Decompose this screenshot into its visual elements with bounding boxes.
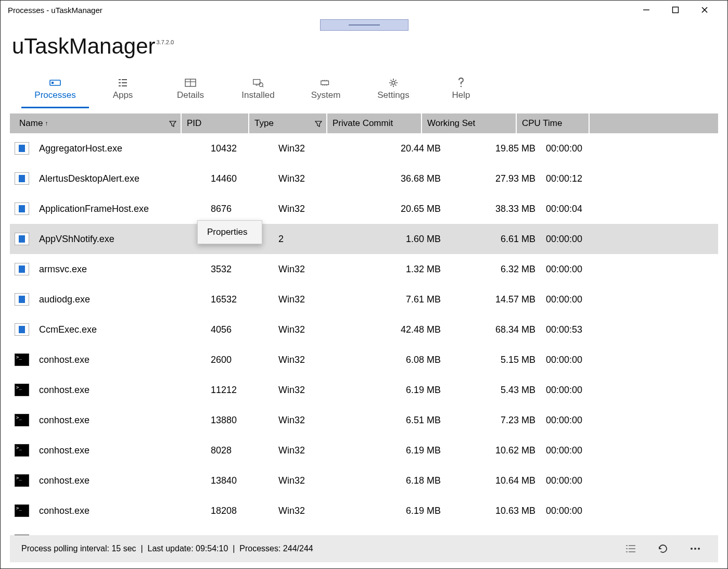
process-working-set: 5.43 MB — [446, 385, 541, 396]
tab-help[interactable]: Help — [427, 74, 495, 108]
filter-icon[interactable] — [315, 120, 322, 127]
process-working-set: 10.62 MB — [446, 445, 541, 456]
process-icon — [10, 172, 34, 185]
more-icon[interactable] — [684, 539, 707, 558]
process-type: Win32 — [273, 385, 351, 396]
col-header-spacer — [590, 113, 718, 133]
process-cpu-time: 00:00:00 — [541, 143, 614, 154]
table-row[interactable]: AppVShNotify.exe2521.60 MB6.61 MB00:00:0… — [10, 224, 718, 254]
table-row[interactable]: conhost.exe8028Win326.19 MB10.62 MB00:00… — [10, 435, 718, 465]
process-cpu-time: 00:00:00 — [541, 415, 614, 426]
process-name: AppVShNotify.exe — [34, 234, 206, 245]
app-version: 3.7.2.0 — [156, 39, 174, 45]
process-cpu-time: 00:00:00 — [541, 385, 614, 396]
process-icon — [10, 353, 34, 366]
col-header-pid[interactable]: PID — [182, 113, 249, 133]
tab-details[interactable]: Details — [157, 74, 224, 108]
col-header-private-commit[interactable]: Private Commit — [327, 113, 422, 133]
process-name: conhost.exe — [34, 445, 206, 456]
svg-rect-15 — [253, 80, 260, 84]
process-name: AggregatorHost.exe — [34, 143, 206, 154]
process-working-set: 14.57 MB — [446, 294, 541, 305]
process-cpu-time: 00:00:53 — [541, 324, 614, 335]
svg-point-34 — [691, 548, 693, 550]
process-cpu-time: 00:00:00 — [541, 264, 614, 275]
process-cpu-time: 00:00:04 — [541, 204, 614, 214]
process-icon — [10, 233, 34, 245]
table-row[interactable]: conhost.exe2600Win326.08 MB5.15 MB00:00:… — [10, 345, 718, 375]
list-view-icon[interactable] — [619, 539, 642, 558]
installed-icon — [252, 78, 264, 88]
app-header: uTaskManager 3.7.2.0 Processes Apps D — [1, 19, 727, 108]
process-name: conhost.exe — [34, 415, 206, 426]
table-row[interactable]: conhost.exe13880Win326.51 MB7.23 MB00:00… — [10, 405, 718, 435]
table-row[interactable]: conhost.exe11212Win326.19 MB5.43 MB00:00… — [10, 375, 718, 405]
svg-point-27 — [461, 86, 462, 87]
table-row[interactable]: audiodg.exe16532Win327.61 MB14.57 MB00:0… — [10, 284, 718, 314]
table-row[interactable]: AlertusDesktopAlert.exe14460Win3236.68 M… — [10, 163, 718, 194]
process-cpu-time: 00:00:12 — [541, 173, 614, 184]
table-row[interactable]: AggregatorHost.exe10432Win3220.44 MB19.8… — [10, 133, 718, 163]
process-pid: 8028 — [206, 445, 273, 456]
processes-icon — [49, 78, 61, 88]
tabbar: Processes Apps Details Installed — [12, 59, 716, 108]
process-type: Win32 — [273, 143, 351, 154]
maximize-button[interactable] — [666, 1, 685, 19]
process-pid: 10432 — [206, 143, 273, 154]
process-icon — [10, 535, 34, 535]
table-row[interactable]: ApplicationFrameHost.exe8676Win3220.65 M… — [10, 194, 718, 224]
tab-label: Settings — [377, 90, 409, 100]
process-type: Win32 — [273, 445, 351, 456]
process-pid: 8676 — [206, 204, 273, 214]
drag-handle[interactable] — [320, 19, 408, 31]
process-grid: Name ↑ PID Type Private Commit Working S… — [1, 108, 727, 535]
sort-asc-icon: ↑ — [45, 120, 48, 127]
col-header-working-set[interactable]: Working Set — [422, 113, 517, 133]
tab-system[interactable]: System — [292, 74, 360, 108]
process-pid: 13840 — [206, 475, 273, 486]
tab-label: Details — [177, 90, 204, 100]
table-row[interactable]: CcmExec.exe4056Win3242.48 MB68.34 MB00:0… — [10, 314, 718, 345]
details-icon — [185, 78, 196, 88]
process-name: audiodg.exe — [34, 294, 206, 305]
titlebar[interactable]: Processes - uTaskManager — [1, 1, 727, 19]
process-private-commit: 20.65 MB — [351, 204, 446, 214]
tab-processes[interactable]: Processes — [21, 74, 89, 108]
tab-installed[interactable]: Installed — [224, 74, 292, 108]
table-row[interactable]: armsvc.exe3532Win321.32 MB6.32 MB00:00:0… — [10, 254, 718, 284]
refresh-icon[interactable] — [652, 539, 674, 558]
svg-line-18 — [262, 86, 263, 87]
process-type: 2 — [273, 234, 351, 245]
filter-icon[interactable] — [169, 120, 176, 127]
tab-apps[interactable]: Apps — [89, 74, 157, 108]
process-cpu-time: 00:00:00 — [541, 445, 614, 456]
grid-body[interactable]: AggregatorHost.exe10432Win3220.44 MB19.8… — [10, 133, 718, 535]
process-icon — [10, 323, 34, 336]
col-header-type[interactable]: Type — [249, 113, 327, 133]
table-row[interactable]: conhost.exe8968Win326.18 MB10.63 MB00:00… — [10, 526, 718, 535]
col-header-cpu-time[interactable]: CPU Time — [517, 113, 590, 133]
process-type: Win32 — [273, 415, 351, 426]
tab-label: Installed — [241, 90, 274, 100]
close-button[interactable] — [695, 1, 714, 19]
process-private-commit: 1.32 MB — [351, 264, 446, 275]
tab-label: System — [311, 90, 341, 100]
process-working-set: 7.23 MB — [446, 415, 541, 426]
gear-icon — [388, 78, 399, 88]
process-pid: 13880 — [206, 415, 273, 426]
process-type: Win32 — [273, 355, 351, 365]
svg-point-36 — [698, 548, 700, 550]
process-pid: 18208 — [206, 505, 273, 516]
col-header-name[interactable]: Name ↑ — [10, 113, 182, 133]
minimize-button[interactable] — [637, 1, 656, 19]
process-type: Win32 — [273, 324, 351, 335]
process-private-commit: 36.68 MB — [351, 173, 446, 184]
context-menu-properties[interactable]: Properties — [198, 221, 262, 244]
app-name: uTaskManager — [12, 34, 155, 59]
tab-label: Help — [452, 90, 470, 100]
tab-settings[interactable]: Settings — [360, 74, 427, 108]
table-row[interactable]: conhost.exe13840Win326.18 MB10.64 MB00:0… — [10, 465, 718, 496]
table-row[interactable]: conhost.exe18208Win326.19 MB10.63 MB00:0… — [10, 496, 718, 526]
process-type: Win32 — [273, 264, 351, 275]
svg-point-17 — [259, 83, 263, 86]
